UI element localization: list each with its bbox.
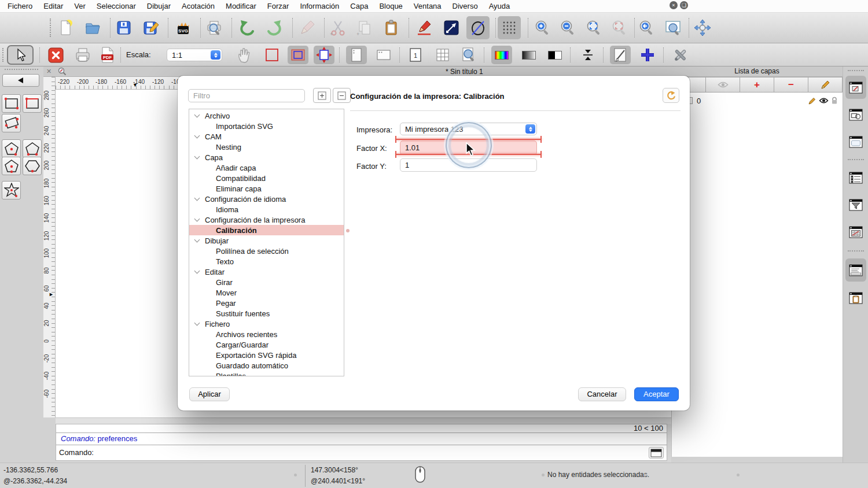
tree-item[interactable]: Importación SVG — [189, 121, 344, 131]
apply-button[interactable]: Aplicar — [189, 387, 230, 401]
redo-icon[interactable] — [263, 16, 286, 39]
line-tool-icon[interactable] — [440, 16, 463, 39]
layer-list-panel-icon[interactable] — [845, 76, 866, 99]
accept-button[interactable]: Aceptar — [634, 387, 679, 401]
tree-item[interactable]: Compatibilidad — [189, 173, 344, 183]
zoom-page-icon[interactable] — [458, 46, 479, 64]
tree-item[interactable]: Girar — [189, 277, 344, 287]
page-edit-icon[interactable] — [610, 46, 631, 64]
zoom-previous-icon[interactable] — [635, 16, 659, 39]
document-tab-title[interactable]: * Sin título 1 — [446, 68, 483, 76]
pattern-panel-icon[interactable] — [845, 220, 866, 243]
paste-icon[interactable] — [380, 16, 403, 39]
tree-item[interactable]: Eliminar capa — [189, 183, 344, 194]
command-line-panel-icon[interactable] — [845, 258, 866, 282]
close-tab-icon[interactable]: ✕ — [46, 68, 52, 75]
pan-hand-icon[interactable] — [234, 46, 255, 64]
menu-modificar[interactable]: Modificar — [226, 2, 256, 10]
chevron-down-icon[interactable] — [194, 216, 200, 222]
layer-edit-pencil-icon[interactable] — [808, 97, 816, 105]
zoom-out-icon[interactable] — [557, 16, 580, 39]
open-file-icon[interactable] — [81, 16, 104, 39]
palette-handle[interactable] — [5, 69, 38, 70]
pan-zoom-icon[interactable] — [691, 16, 714, 39]
tree-item[interactable]: Mover — [189, 287, 344, 298]
menu-editar[interactable]: Editar — [43, 2, 63, 10]
horizontal-scrollbar[interactable] — [56, 417, 671, 424]
tree-item[interactable]: Nesting — [189, 142, 344, 152]
layer-row[interactable]: 0 — [672, 94, 843, 107]
paper-border-icon[interactable] — [262, 46, 282, 64]
crosshair-icon[interactable] — [637, 46, 658, 64]
tree-item[interactable]: Exportación SVG rápida — [189, 350, 344, 360]
hexagon-tool[interactable] — [23, 157, 42, 175]
zoom-window-icon[interactable] — [661, 16, 685, 39]
stepper-icon[interactable] — [525, 124, 535, 134]
panel-close-icon[interactable]: × — [670, 1, 678, 9]
undo-icon[interactable] — [236, 16, 259, 39]
menu-capa[interactable]: Capa — [350, 2, 368, 10]
close-print-preview-icon[interactable] — [45, 46, 66, 64]
toolbar-handle[interactable] — [50, 19, 51, 37]
block-list-panel-icon[interactable] — [845, 103, 866, 126]
menu-informacion[interactable]: Información — [300, 2, 339, 10]
grid-toggle-icon[interactable] — [498, 16, 521, 39]
pdf-export-icon[interactable]: PDF — [97, 46, 118, 64]
color-mode-icon[interactable] — [491, 46, 512, 64]
select-cursor-button[interactable] — [7, 45, 34, 65]
save-icon[interactable] — [112, 16, 135, 39]
zoom-in-icon[interactable] — [531, 16, 554, 39]
tree-item[interactable]: Sustituir fuentes — [189, 308, 344, 319]
draw-pencil-icon[interactable] — [413, 16, 436, 39]
menu-acotacion[interactable]: Acotación — [182, 2, 215, 10]
tree-item[interactable]: Editar — [189, 267, 344, 277]
svg-export-icon[interactable]: SVG — [171, 16, 194, 39]
filter-input[interactable] — [188, 89, 305, 102]
menu-fichero[interactable]: Fichero — [8, 2, 32, 10]
polygon-2corners-tool[interactable] — [23, 139, 42, 158]
clipboard-panel-icon[interactable] — [845, 286, 866, 309]
tree-item[interactable]: Archivos recientes — [189, 329, 344, 339]
tree-item[interactable]: CAM — [189, 131, 344, 142]
toolbar-handle[interactable] — [2, 48, 3, 62]
edit-layer-button[interactable] — [808, 77, 843, 93]
rectangle-size-tool[interactable] — [23, 94, 42, 113]
stepper-icon[interactable] — [211, 50, 220, 60]
escala-combo[interactable]: 1:1 — [167, 49, 222, 61]
polygon-center-side-tool[interactable] — [2, 157, 21, 175]
menu-forzar[interactable]: Forzar — [267, 2, 289, 10]
chevron-down-icon[interactable] — [194, 268, 200, 274]
tree-item[interactable]: Capa — [189, 152, 344, 162]
tree-item[interactable]: Pegar — [189, 298, 344, 308]
collapse-all-button[interactable] — [333, 88, 351, 103]
chevron-down-icon[interactable] — [194, 320, 200, 326]
blackwhite-mode-icon[interactable] — [545, 46, 565, 64]
single-page-icon[interactable]: 1 — [405, 46, 426, 64]
new-file-icon[interactable] — [54, 16, 77, 39]
tree-item[interactable]: Polilínea de selección — [189, 246, 344, 256]
zoom-doc-icon[interactable] — [58, 67, 67, 76]
panel-detach-icon[interactable]: ❏ — [680, 1, 688, 9]
layer-visible-eye-icon[interactable] — [819, 97, 829, 104]
chevron-down-icon[interactable] — [194, 154, 200, 160]
tree-item-selected[interactable]: Calibración — [189, 225, 344, 235]
menu-ver[interactable]: Ver — [74, 2, 86, 10]
save-as-icon[interactable] — [139, 16, 163, 39]
menu-bloque[interactable]: Bloque — [379, 2, 402, 10]
command-input-row[interactable]: Comando: — [56, 445, 667, 460]
print-icon[interactable] — [72, 46, 93, 64]
expand-all-button[interactable] — [313, 88, 331, 103]
tree-item[interactable]: Idioma — [189, 204, 344, 215]
menu-diverso[interactable]: Diverso — [453, 2, 478, 10]
star-tool[interactable] — [2, 181, 21, 199]
compress-vertical-icon[interactable] — [578, 46, 598, 64]
tree-item[interactable]: Dibujar — [189, 235, 344, 246]
zoom-selection-icon[interactable] — [608, 16, 631, 39]
remove-layer-button[interactable]: − — [774, 77, 808, 93]
back-button[interactable] — [2, 74, 39, 87]
layer-lock-icon[interactable] — [831, 97, 838, 105]
add-layer-button[interactable]: + — [740, 77, 774, 93]
menu-seleccionar[interactable]: Seleccionar — [97, 2, 136, 10]
chevron-down-icon[interactable] — [194, 112, 200, 118]
command-dock-icon[interactable] — [649, 447, 664, 459]
